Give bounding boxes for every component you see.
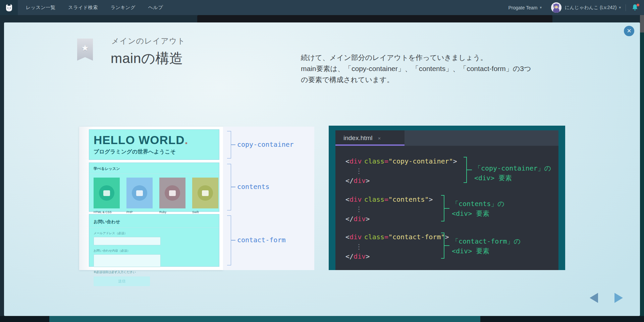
team-dropdown[interactable]: Progate Team ▾ [508, 5, 542, 10]
lesson-card-name: Swift [192, 210, 218, 214]
lesson-card-icon [165, 185, 180, 201]
bracket [227, 215, 231, 265]
code-line: </div> [345, 214, 433, 224]
annotation-contact-form: 「contact-form」の <div> 要素 [452, 237, 521, 256]
top-navbar: レッスン一覧 スライド検索 ランキング ヘルプ Progate Team ▾ [0, 0, 644, 15]
slide-modal: ✕ ★ メインのレイアウト mainの構造 続けて、メイン部分のレイアウトを作っ… [4, 22, 640, 316]
annotation-connector [444, 245, 449, 246]
code-editor-panel: index.html × <divclass="copy-container">… [329, 126, 565, 270]
lesson-card-icon [198, 185, 213, 201]
tab-close-icon: × [378, 135, 381, 141]
code-line: </div> [345, 176, 457, 186]
code-line: </div> [345, 252, 449, 261]
lesson-card-name: HTML & CSS [94, 210, 120, 214]
mockup-copy-container-section: HELLO WORLD. プログラミングの世界へようこそ [89, 129, 219, 160]
tab-filename: index.html [343, 134, 373, 142]
navbar-right: Progate Team ▾ にんじゃわんこ (Lv.242) ▾ [508, 2, 644, 13]
mockup-hero-title: HELLO WORLD. [94, 134, 215, 146]
progate-logo[interactable] [0, 0, 18, 15]
code-line: ⋮ [345, 204, 433, 214]
nav-item-help[interactable]: ヘルプ [148, 5, 163, 11]
code-line: <divclass="contents"> [345, 195, 433, 204]
star-icon: ★ [81, 43, 89, 53]
editor-code-area: <divclass="copy-container"> ⋮ </div> 「co… [335, 146, 558, 270]
code-block-contents: <divclass="contents"> ⋮ </div> [345, 195, 433, 224]
bracket [227, 164, 231, 210]
lesson-card: Ruby [159, 178, 185, 214]
bracket-connector [231, 240, 235, 241]
annotation-connector [467, 170, 472, 170]
annotation-bracket [441, 195, 444, 221]
code-block-contact-form: <divclass="contact-form"> ⋮ </div> [345, 232, 449, 261]
slide-category: メインのレイアウト [111, 36, 185, 46]
user-avatar[interactable] [551, 2, 561, 13]
layout-labels-panel: copy-container contents contact-form [223, 127, 314, 270]
slide-description: 続けて、メイン部分のレイアウトを作っていきましょう。 main要素は、「copy… [301, 52, 531, 85]
mockup-hero-subtitle: プログラミングの世界へようこそ [94, 148, 215, 155]
mascot-icon [5, 3, 13, 12]
prev-slide-button[interactable] [590, 293, 598, 303]
notification-bell-icon[interactable] [631, 4, 639, 12]
bracket [227, 131, 231, 158]
lesson-card-name: Ruby [159, 210, 185, 214]
notification-dot [637, 4, 639, 6]
lesson-card: HTML & CSS [94, 178, 120, 214]
mockup-message-textarea [94, 254, 161, 267]
mockup-contact-heading: お問い合わせ [89, 214, 219, 228]
background-edge [640, 15, 644, 33]
hero-dot: . [185, 133, 189, 146]
background-edge [49, 316, 480, 322]
label-contact-form: contact-form [237, 236, 286, 244]
mockup-lessons-heading: 学べるレッスン [89, 163, 219, 174]
nav-item-ranking[interactable]: ランキング [111, 5, 136, 11]
annotation-bracket [464, 157, 467, 183]
editor-tab-bar: index.html × [335, 130, 558, 146]
editor-tab-index-html: index.html × [335, 130, 405, 146]
background-page-fragment [197, 15, 552, 23]
annotation-copy-container: 「copy-container」の <div> 要素 [474, 164, 551, 183]
webpage-mockup: HELLO WORLD. プログラミングの世界へようこそ 学べるレッスン HTM… [79, 127, 223, 270]
bracket-connector [231, 144, 235, 145]
lesson-card: PHP [126, 178, 153, 214]
mockup-required-note: ※必須項目は必ず入力ください [89, 267, 219, 274]
label-copy-container: copy-container [237, 140, 294, 148]
nav-item-slide-search[interactable]: スライド検索 [68, 5, 98, 11]
description-line: の要素で構成されています。 [301, 74, 531, 85]
code-line: <divclass="copy-container"> [345, 156, 457, 166]
mockup-contact-form-section: お問い合わせ メールアドレス（必須） お問い合わせ内容（必須） ※必須項目は必ず… [89, 214, 219, 267]
code-line: ⋮ [345, 166, 457, 176]
mockup-lesson-cards: HTML & CSS PHP Ruby Swift [89, 174, 219, 214]
close-icon: ✕ [627, 27, 631, 35]
background-edge [640, 33, 644, 316]
mockup-message-label: お問い合わせ内容（必須） [89, 245, 219, 253]
username-label: にんじゃわんこ (Lv.242) [565, 5, 617, 11]
lesson-card-icon [99, 185, 114, 201]
code-block-copy-container: <divclass="copy-container"> ⋮ </div> [345, 156, 457, 186]
caret-down-icon: ▾ [619, 5, 621, 10]
lesson-card: Swift [192, 178, 218, 214]
user-dropdown[interactable]: にんじゃわんこ (Lv.242) ▾ [565, 5, 621, 11]
lesson-card-icon [132, 185, 147, 201]
mockup-email-input [94, 237, 161, 245]
next-slide-button[interactable] [614, 293, 623, 303]
description-line: 続けて、メイン部分のレイアウトを作っていきましょう。 [301, 52, 531, 63]
ninja-avatar-icon [551, 2, 561, 13]
bracket-connector [231, 187, 235, 187]
slide-title: mainの構造 [111, 49, 183, 68]
label-contents: contents [237, 183, 269, 191]
nav-item-lessons[interactable]: レッスン一覧 [26, 5, 55, 11]
mockup-email-label: メールアドレス（必須） [89, 228, 219, 236]
annotation-connector [444, 208, 449, 209]
lesson-card-name: PHP [126, 210, 153, 214]
annotation-contents: 「contents」の <div> 要素 [452, 199, 504, 218]
team-label: Progate Team [508, 5, 538, 10]
annotation-bracket [441, 233, 444, 259]
main-nav: レッスン一覧 スライド検索 ランキング ヘルプ [26, 5, 163, 11]
bookmark-ribbon[interactable]: ★ [77, 39, 93, 61]
code-line: ⋮ [345, 242, 449, 252]
code-line: <divclass="contact-form"> [345, 232, 449, 242]
close-button[interactable]: ✕ [624, 26, 634, 36]
description-line: main要素は、「copy-container」、「contents」、「con… [301, 63, 531, 74]
app-root: レッスン一覧 スライド検索 ランキング ヘルプ Progate Team ▾ [0, 0, 644, 322]
caret-down-icon: ▾ [540, 5, 542, 10]
